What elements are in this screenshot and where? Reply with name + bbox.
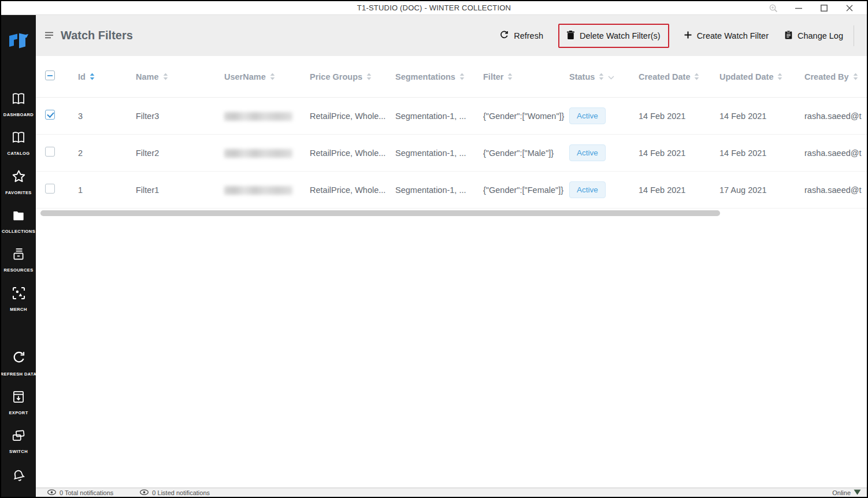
listed-notifications: 0 Listed notifications	[140, 489, 210, 496]
sidebar-item-catalog[interactable]: CATALOG	[1, 130, 36, 156]
watch-filters-table: Id Name UserName Price Groups Segmentati…	[36, 56, 867, 220]
sidebar-item-merch[interactable]: MERCH	[1, 285, 36, 312]
cell-updated-date: 14 Feb 2021	[719, 110, 804, 122]
page-header: Watch Filters Refresh Delete Watch Filte…	[36, 15, 867, 56]
cell-updated-date: 17 Aug 2021	[719, 184, 804, 196]
toolbar: Refresh Delete Watch Filter(s) Create Wa…	[500, 24, 854, 48]
sidebar-item-export[interactable]: EXPORT	[1, 389, 36, 415]
cell-filter: {"Gender":["Male"]}	[483, 147, 569, 159]
column-header-username[interactable]: UserName	[224, 72, 310, 81]
sort-icon	[777, 73, 782, 80]
table-row[interactable]: 1 Filter1 RetailPrice, Whole... Segmenta…	[36, 172, 867, 209]
refresh-label: Refresh	[514, 31, 543, 40]
sidebar-item-resources[interactable]: RESOURCES	[1, 247, 36, 273]
cell-name: Filter1	[136, 184, 224, 196]
redacted-username	[224, 186, 292, 195]
cell-name: Filter3	[136, 110, 224, 122]
sidebar-item-favorites[interactable]: FAVORITES	[1, 169, 36, 195]
column-header-id[interactable]: Id	[78, 72, 136, 81]
sort-icon	[694, 73, 699, 80]
cell-username-redacted	[224, 184, 310, 196]
sidebar-item-switch[interactable]: SWITCH	[1, 428, 36, 454]
cell-price-groups: RetailPrice, Whole...	[310, 147, 395, 159]
eye-icon	[140, 489, 149, 496]
archive-icon	[11, 247, 26, 264]
column-header-created-date[interactable]: Created Date	[639, 72, 719, 81]
trash-icon	[567, 31, 574, 41]
main-content: Watch Filters Refresh Delete Watch Filte…	[36, 15, 867, 497]
cell-name: Filter2	[136, 147, 224, 159]
column-header-created-by[interactable]: Created By	[804, 72, 867, 81]
table-header-row: Id Name UserName Price Groups Segmentati…	[36, 56, 867, 98]
row-checkbox[interactable]	[45, 147, 55, 157]
table-row[interactable]: 2 Filter2 RetailPrice, Whole... Segmenta…	[36, 135, 867, 172]
sidebar-item-label: DASHBOARD	[3, 112, 34, 117]
row-checkbox[interactable]	[45, 110, 55, 120]
table-row[interactable]: 3 Filter3 RetailPrice, Whole... Segmenta…	[36, 98, 867, 135]
cell-segmentations: Segmentation-1, ...	[395, 110, 483, 122]
toolbar-divider	[854, 25, 854, 46]
change-log-button[interactable]: Change Log	[785, 31, 843, 41]
bell-icon	[11, 468, 27, 486]
column-header-filter[interactable]: Filter	[483, 72, 569, 81]
select-all-checkbox[interactable]	[45, 70, 55, 80]
status-bar: 0 Total notifications 0 Listed notificat…	[36, 488, 867, 497]
minimize-button[interactable]	[786, 1, 811, 15]
column-header-name[interactable]: Name	[136, 72, 224, 81]
zoom-search-icon[interactable]	[761, 1, 786, 15]
plus-icon	[684, 31, 692, 40]
close-button[interactable]	[837, 1, 862, 15]
export-icon	[11, 389, 26, 407]
create-label: Create Watch Filter	[697, 31, 769, 40]
column-header-updated-date[interactable]: Updated Date	[719, 72, 804, 81]
cell-id: 3	[78, 110, 136, 122]
eye-icon	[47, 489, 56, 496]
column-header-price-groups[interactable]: Price Groups	[310, 72, 395, 81]
row-checkbox[interactable]	[45, 184, 55, 194]
column-header-segmentations[interactable]: Segmentations	[395, 72, 483, 81]
delete-watch-filter-button[interactable]: Delete Watch Filter(s)	[558, 24, 669, 48]
sidebar-item-collections[interactable]: COLLECTIONS	[1, 208, 36, 234]
refresh-button[interactable]: Refresh	[500, 31, 543, 41]
sidebar-item-label: FAVORITES	[5, 190, 32, 195]
total-notifications-label: 0 Total notifications	[60, 489, 113, 496]
book-icon	[11, 130, 26, 147]
sidebar-item-label: RESOURCES	[3, 267, 33, 273]
cell-username-redacted	[224, 110, 310, 122]
online-signal-icon	[854, 489, 861, 496]
cell-filter: {"Gender":["Women"]}	[483, 110, 569, 122]
sidebar-item-label: COLLECTIONS	[2, 229, 35, 234]
status-badge[interactable]: Active	[569, 144, 606, 161]
status-badge[interactable]: Active	[569, 181, 606, 198]
t1-logo-icon[interactable]	[8, 31, 29, 52]
cell-created-date: 14 Feb 2021	[639, 184, 719, 196]
column-header-status[interactable]: Status	[569, 72, 639, 81]
sidebar-item-label: REFRESH DATA	[1, 371, 36, 377]
sort-icon	[459, 73, 465, 80]
cell-created-by: rasha.saeed@t	[804, 184, 867, 196]
cell-price-groups: RetailPrice, Whole...	[310, 110, 395, 122]
refresh-icon	[11, 350, 27, 368]
list-menu-icon	[45, 31, 54, 41]
connection-status: Online	[832, 489, 861, 496]
cell-created-by: rasha.saeed@t	[804, 110, 867, 122]
listed-notifications-label: 0 Listed notifications	[152, 489, 210, 496]
cell-created-by: rasha.saeed@t	[804, 147, 867, 159]
sidebar-item-refresh-data[interactable]: REFRESH DATA	[1, 350, 36, 377]
sidebar-item-dashboard[interactable]: DASHBOARD	[1, 91, 36, 117]
sidebar-item-label: MERCH	[10, 307, 27, 312]
status-badge[interactable]: Active	[569, 107, 606, 124]
redacted-username	[224, 112, 292, 121]
cell-segmentations: Segmentation-1, ...	[395, 184, 483, 196]
sidebar-item-label: CATALOG	[8, 151, 30, 156]
notifications-bell[interactable]	[1, 468, 36, 486]
create-watch-filter-button[interactable]: Create Watch Filter	[684, 31, 769, 40]
chevron-down-icon[interactable]	[608, 72, 614, 81]
horizontal-scrollbar	[36, 209, 867, 220]
page-title: Watch Filters	[61, 29, 133, 42]
scrollbar-thumb[interactable]	[40, 210, 720, 216]
switch-icon	[11, 428, 26, 445]
maximize-button[interactable]	[811, 1, 837, 15]
sort-icon	[163, 73, 168, 80]
cell-price-groups: RetailPrice, Whole...	[310, 184, 395, 196]
